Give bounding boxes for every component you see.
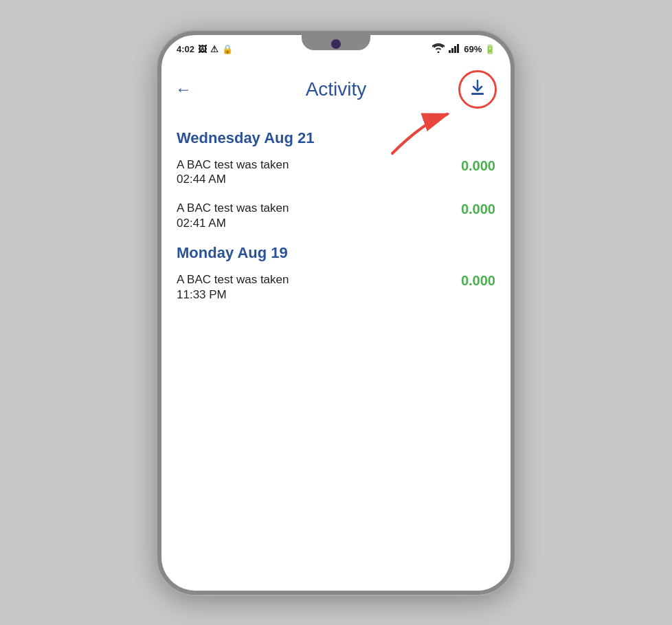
page-title: Activity — [306, 78, 367, 100]
download-button[interactable] — [458, 70, 497, 109]
activity-time: 02:44 AM — [177, 173, 289, 186]
list-item: A BAC test was taken 02:44 AM 0.000 — [177, 157, 495, 187]
header: ← Activity — [161, 63, 511, 116]
battery-icon: 🔋 — [484, 44, 495, 54]
activity-description: A BAC test was taken — [177, 157, 289, 173]
app-content: ← Activity — [161, 58, 511, 302]
activity-value: 0.000 — [461, 201, 495, 217]
battery-display: 69% 🔋 — [464, 44, 495, 54]
status-right: 69% 🔋 — [432, 43, 495, 55]
camera — [331, 39, 341, 49]
download-icon — [469, 79, 486, 100]
lock-icon: 🔒 — [222, 44, 233, 54]
svg-rect-0 — [449, 50, 451, 53]
wifi-icon — [432, 43, 445, 55]
svg-rect-4 — [471, 93, 484, 95]
svg-rect-2 — [454, 46, 456, 53]
download-btn-wrapper — [458, 70, 497, 109]
activity-list: Wednesday Aug 21 A BAC test was taken 02… — [161, 116, 511, 302]
warning-icon: ⚠ — [210, 44, 219, 54]
signal-icon — [449, 43, 460, 55]
phone-frame: 4:02 🖼 ⚠ 🔒 69% 🔋 — [157, 31, 515, 595]
time-display: 4:02 — [177, 44, 194, 54]
list-item: A BAC test was taken 02:41 AM 0.000 — [177, 200, 495, 230]
activity-value: 0.000 — [461, 158, 495, 174]
photo-icon: 🖼 — [198, 44, 207, 54]
activity-time: 11:33 PM — [177, 288, 289, 302]
svg-rect-1 — [451, 48, 453, 53]
activity-description: A BAC test was taken — [177, 200, 289, 217]
date-header-2: Monday Aug 19 — [177, 244, 495, 262]
svg-rect-3 — [457, 44, 459, 53]
activity-time: 02:41 AM — [177, 217, 289, 230]
back-button[interactable]: ← — [175, 81, 192, 98]
activity-value: 0.000 — [461, 273, 495, 289]
list-item: A BAC test was taken 11:33 PM 0.000 — [177, 272, 495, 302]
phone-notch — [302, 35, 370, 50]
date-header-1: Wednesday Aug 21 — [177, 129, 495, 147]
activity-description: A BAC test was taken — [177, 272, 289, 288]
status-left: 4:02 🖼 ⚠ 🔒 — [177, 44, 233, 54]
